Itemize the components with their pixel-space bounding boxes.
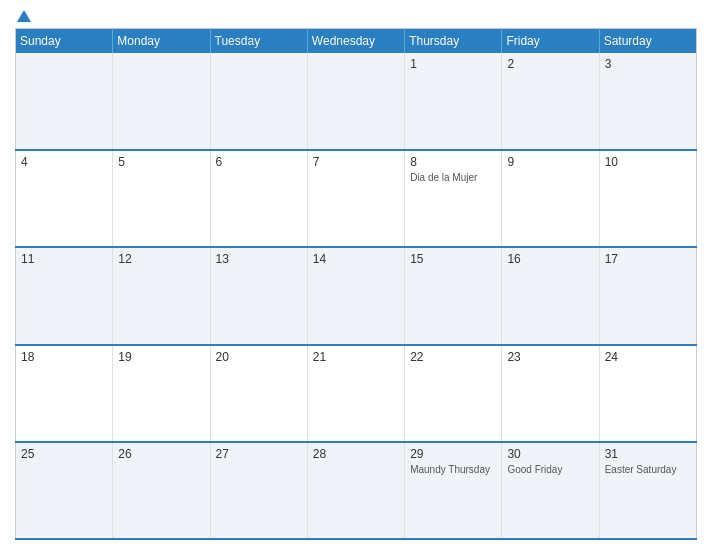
day-number: 2 [507, 57, 593, 71]
calendar-week-row: 11121314151617 [16, 247, 697, 344]
day-number: 17 [605, 252, 691, 266]
calendar-cell [307, 53, 404, 150]
weekday-header: Tuesday [210, 29, 307, 54]
day-number: 1 [410, 57, 496, 71]
day-number: 21 [313, 350, 399, 364]
calendar-cell: 4 [16, 150, 113, 247]
weekday-header: Friday [502, 29, 599, 54]
calendar-cell: 12 [113, 247, 210, 344]
calendar-cell: 10 [599, 150, 696, 247]
weekday-row: SundayMondayTuesdayWednesdayThursdayFrid… [16, 29, 697, 54]
calendar-cell: 1 [405, 53, 502, 150]
calendar-week-row: 18192021222324 [16, 345, 697, 442]
day-number: 8 [410, 155, 496, 169]
day-number: 7 [313, 155, 399, 169]
calendar-body: 12345678Dia de la Mujer91011121314151617… [16, 53, 697, 539]
day-number: 16 [507, 252, 593, 266]
calendar-cell: 30Good Friday [502, 442, 599, 539]
day-number: 10 [605, 155, 691, 169]
day-number: 28 [313, 447, 399, 461]
day-number: 12 [118, 252, 204, 266]
day-number: 18 [21, 350, 107, 364]
day-number: 24 [605, 350, 691, 364]
header [15, 10, 697, 22]
calendar-cell: 13 [210, 247, 307, 344]
calendar-cell: 23 [502, 345, 599, 442]
calendar-cell: 20 [210, 345, 307, 442]
weekday-header: Sunday [16, 29, 113, 54]
calendar-cell: 19 [113, 345, 210, 442]
calendar-cell: 5 [113, 150, 210, 247]
calendar-header: SundayMondayTuesdayWednesdayThursdayFrid… [16, 29, 697, 54]
day-number: 11 [21, 252, 107, 266]
day-number: 3 [605, 57, 691, 71]
calendar-cell: 3 [599, 53, 696, 150]
holiday-label: Dia de la Mujer [410, 171, 496, 184]
day-number: 14 [313, 252, 399, 266]
day-number: 25 [21, 447, 107, 461]
logo-triangle-icon [17, 10, 31, 22]
calendar-cell [210, 53, 307, 150]
day-number: 13 [216, 252, 302, 266]
calendar-week-row: 45678Dia de la Mujer910 [16, 150, 697, 247]
calendar-cell: 27 [210, 442, 307, 539]
day-number: 23 [507, 350, 593, 364]
day-number: 29 [410, 447, 496, 461]
calendar-cell: 28 [307, 442, 404, 539]
calendar-cell [113, 53, 210, 150]
calendar-cell: 14 [307, 247, 404, 344]
calendar-cell: 17 [599, 247, 696, 344]
calendar-week-row: 2526272829Maundy Thursday30Good Friday31… [16, 442, 697, 539]
day-number: 31 [605, 447, 691, 461]
day-number: 20 [216, 350, 302, 364]
calendar-cell: 8Dia de la Mujer [405, 150, 502, 247]
page: SundayMondayTuesdayWednesdayThursdayFrid… [0, 0, 712, 550]
day-number: 9 [507, 155, 593, 169]
day-number: 4 [21, 155, 107, 169]
calendar-table: SundayMondayTuesdayWednesdayThursdayFrid… [15, 28, 697, 540]
day-number: 27 [216, 447, 302, 461]
calendar-cell: 18 [16, 345, 113, 442]
calendar-cell: 29Maundy Thursday [405, 442, 502, 539]
day-number: 19 [118, 350, 204, 364]
calendar-cell: 7 [307, 150, 404, 247]
day-number: 30 [507, 447, 593, 461]
day-number: 15 [410, 252, 496, 266]
calendar-cell: 25 [16, 442, 113, 539]
calendar-cell: 31Easter Saturday [599, 442, 696, 539]
weekday-header: Saturday [599, 29, 696, 54]
weekday-header: Monday [113, 29, 210, 54]
day-number: 26 [118, 447, 204, 461]
calendar-cell: 15 [405, 247, 502, 344]
holiday-label: Maundy Thursday [410, 463, 496, 476]
calendar-cell: 2 [502, 53, 599, 150]
calendar-cell: 11 [16, 247, 113, 344]
calendar-cell: 16 [502, 247, 599, 344]
day-number: 6 [216, 155, 302, 169]
calendar-cell: 9 [502, 150, 599, 247]
calendar-week-row: 123 [16, 53, 697, 150]
weekday-header: Wednesday [307, 29, 404, 54]
weekday-header: Thursday [405, 29, 502, 54]
holiday-label: Good Friday [507, 463, 593, 476]
calendar-cell: 6 [210, 150, 307, 247]
calendar-cell: 24 [599, 345, 696, 442]
holiday-label: Easter Saturday [605, 463, 691, 476]
logo [15, 10, 31, 22]
day-number: 5 [118, 155, 204, 169]
calendar-cell: 21 [307, 345, 404, 442]
calendar-cell: 26 [113, 442, 210, 539]
day-number: 22 [410, 350, 496, 364]
calendar-cell [16, 53, 113, 150]
calendar-cell: 22 [405, 345, 502, 442]
